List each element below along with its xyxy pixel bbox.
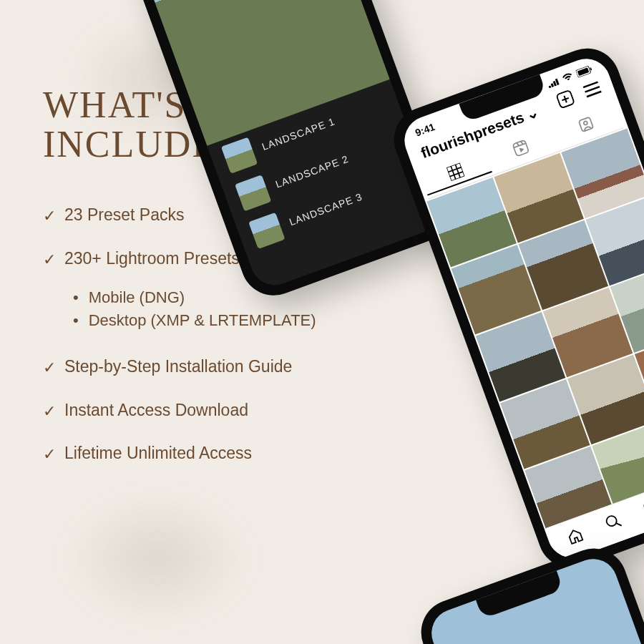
svg-line-19 xyxy=(514,143,526,147)
phone-screen: 9:41 flourishpresets ⌄ xyxy=(398,52,644,565)
preset-thumb xyxy=(235,175,271,211)
preset-thumb xyxy=(248,212,285,248)
check-icon: ✓ xyxy=(43,401,56,423)
check-icon: ✓ xyxy=(43,357,56,379)
svg-point-25 xyxy=(605,514,618,527)
feature-text: Step-by-Step Installation Guide xyxy=(64,357,292,376)
svg-line-17 xyxy=(450,172,464,177)
add-post-icon[interactable] xyxy=(555,89,577,113)
check-icon: ✓ xyxy=(43,205,56,228)
svg-point-24 xyxy=(583,121,587,125)
svg-rect-0 xyxy=(548,85,551,88)
home-icon[interactable] xyxy=(565,526,586,550)
chevron-down-icon: ⌄ xyxy=(523,103,541,124)
sub-text: Mobile (DNG) xyxy=(89,288,185,307)
ig-grid xyxy=(425,127,644,538)
svg-line-15 xyxy=(456,165,461,178)
phone-bottom-left xyxy=(412,540,644,644)
svg-line-10 xyxy=(583,82,598,88)
preset-thumb xyxy=(221,137,258,173)
reels-icon[interactable] xyxy=(642,498,644,522)
svg-line-16 xyxy=(448,167,462,172)
svg-line-14 xyxy=(451,166,456,180)
bullet-icon: • xyxy=(73,290,79,306)
svg-rect-1 xyxy=(550,83,554,87)
feature-text: Lifetime Unlimited Access xyxy=(64,444,252,463)
feature-text: Instant Access Download xyxy=(64,401,248,420)
menu-icon[interactable] xyxy=(582,79,604,104)
check-icon: ✓ xyxy=(43,249,56,271)
search-icon[interactable] xyxy=(603,512,625,536)
svg-line-11 xyxy=(585,87,600,92)
svg-marker-22 xyxy=(519,147,525,153)
svg-line-12 xyxy=(587,92,602,97)
feature-text: 230+ Lightroom Presets xyxy=(64,249,240,268)
phone-instagram: 9:41 flourishpresets ⌄ xyxy=(385,39,644,577)
check-icon: ✓ xyxy=(43,444,56,466)
bullet-icon: • xyxy=(73,313,79,328)
feature-text: 23 Preset Packs xyxy=(64,205,184,225)
